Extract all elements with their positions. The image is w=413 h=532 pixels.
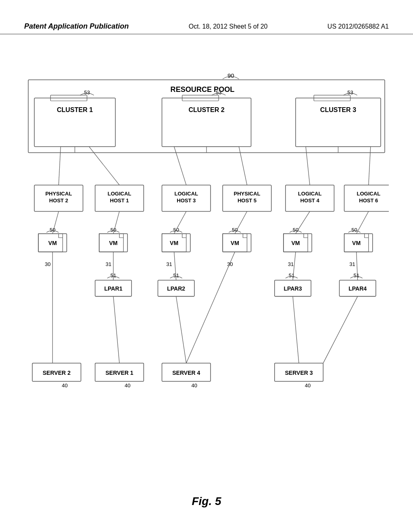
svg-rect-5 [296, 98, 381, 147]
svg-line-34 [235, 211, 247, 233]
host1-line1: LOGICAL [108, 191, 131, 197]
server1-label: SERVER 1 [105, 370, 133, 376]
server3-label: SERVER 3 [285, 370, 313, 376]
vm1-id: 50 [50, 227, 56, 233]
svg-line-53 [293, 296, 299, 363]
vm6-id: 50 [351, 227, 357, 233]
cluster3-id: 53 [347, 89, 353, 96]
cluster2-id: 53 [216, 89, 222, 96]
svg-line-52 [186, 252, 235, 363]
main-diagram-area: RESOURCE POOL 90 CLUSTER 1 53 CLUSTER 2 … [24, 56, 389, 468]
svg-line-36 [357, 211, 369, 233]
link-30-2: 30 [227, 261, 233, 267]
cluster1-label: CLUSTER 1 [57, 106, 93, 113]
resource-pool-id: 90 [227, 72, 234, 79]
svg-line-33 [174, 211, 186, 233]
figure-caption-text: Fig. 5 [192, 495, 221, 507]
header-right: US 2012/0265882 A1 [327, 23, 389, 30]
link-31-3: 31 [288, 261, 294, 267]
lpar4-label: LPAR4 [348, 285, 367, 292]
vm2-id: 50 [111, 227, 117, 233]
server1-id: 40 [125, 382, 131, 389]
host4-line1: LOGICAL [298, 191, 322, 197]
server4-id: 40 [192, 382, 198, 389]
host3-line2: HOST 3 [177, 197, 196, 204]
page-header: Patent Application Publication Oct. 18, … [0, 22, 413, 34]
svg-rect-3 [162, 98, 251, 147]
cluster2-label: CLUSTER 2 [188, 106, 224, 113]
header-left: Patent Application Publication [24, 22, 129, 31]
figure-caption: Fig. 5 [0, 495, 413, 508]
link-31-2: 31 [166, 261, 172, 267]
host2-line1: PHYSICAL [45, 191, 72, 197]
vm5-id: 50 [293, 227, 299, 233]
svg-line-35 [296, 211, 310, 233]
resource-pool-label: RESOURCE POOL [171, 85, 235, 94]
cluster3-label: CLUSTER 3 [320, 106, 356, 113]
page: Patent Application Publication Oct. 18, … [0, 0, 413, 532]
host5-line1: PHYSICAL [234, 191, 260, 197]
diagram-svg: RESOURCE POOL 90 CLUSTER 1 53 CLUSTER 2 … [24, 56, 389, 468]
vm1-label: VM [48, 240, 57, 246]
server2-label: SERVER 2 [43, 370, 71, 376]
header-center: Oct. 18, 2012 Sheet 5 of 20 [189, 23, 268, 30]
vm4-label: VM [231, 240, 239, 246]
svg-line-51 [176, 296, 186, 363]
server4-label: SERVER 4 [172, 370, 200, 376]
lpar3-label: LPAR3 [284, 285, 302, 292]
server3-id: 40 [305, 382, 311, 389]
vm3-label: VM [170, 240, 178, 246]
lpar2-label: LPAR2 [167, 285, 185, 292]
server2-id: 40 [62, 382, 68, 389]
vm2-label: VM [109, 240, 117, 246]
host2-line2: HOST 2 [49, 197, 68, 204]
host5-line2: HOST 5 [238, 197, 257, 204]
link-30-1: 30 [45, 261, 51, 267]
cluster1-id: 53 [84, 89, 90, 96]
lpar4-id: 51 [353, 272, 359, 278]
host6-line1: LOGICAL [357, 191, 380, 197]
vm5-label: VM [291, 240, 300, 246]
svg-rect-1 [34, 98, 115, 147]
svg-line-50 [113, 296, 119, 363]
host4-line2: HOST 4 [300, 197, 320, 204]
vm6-label: VM [352, 240, 361, 246]
link-31-1: 31 [106, 261, 112, 267]
lpar1-label: LPAR1 [104, 285, 122, 292]
svg-line-54 [323, 296, 357, 363]
host6-line2: HOST 6 [359, 197, 378, 204]
svg-line-32 [113, 211, 119, 233]
svg-line-31 [52, 211, 58, 233]
host1-line2: HOST 1 [110, 197, 129, 204]
link-31-4: 31 [349, 261, 355, 267]
host3-line1: LOGICAL [174, 191, 198, 197]
